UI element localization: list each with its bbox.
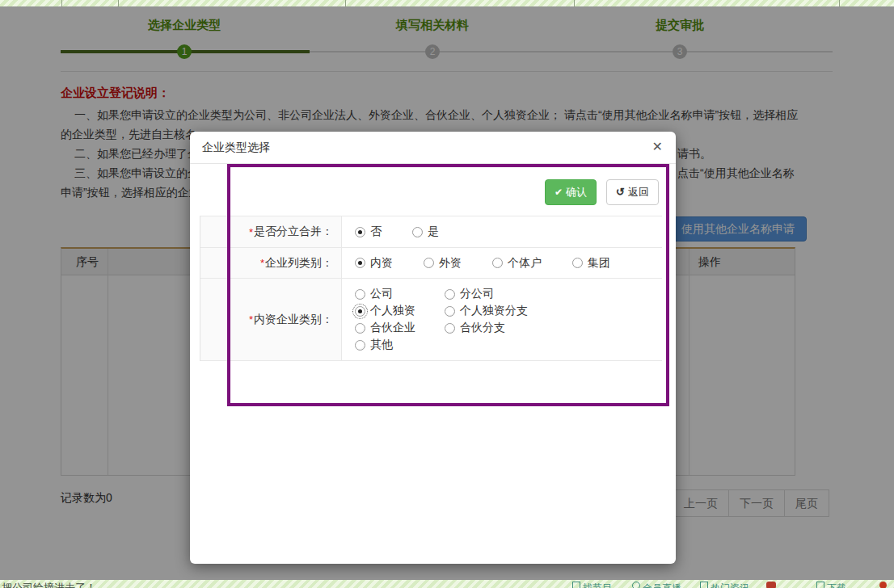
confirm-button[interactable]: ✔确认 — [545, 179, 597, 205]
back-button-label: 返回 — [628, 186, 649, 198]
radio-option-group[interactable]: 集团 — [572, 256, 610, 271]
enterprise-type-dialog: 企业类型选择 ✕ ✔确认 ↺返回 *是否分立合并： 否 是 *企业列类别： 内资… — [190, 132, 676, 564]
status-item-download[interactable]: 下载 — [816, 582, 846, 588]
radio-icon[interactable] — [355, 289, 365, 300]
close-icon[interactable]: ✕ — [652, 139, 663, 154]
dialog-title: 企业类型选择 — [202, 141, 270, 155]
tab-separator — [345, 0, 346, 6]
form-label: *是否分立合并： — [200, 216, 342, 247]
status-item-live[interactable]: 全员直播 — [632, 582, 681, 588]
form-label: *企业列类别： — [200, 248, 342, 278]
notification-icon[interactable] — [879, 582, 887, 588]
form-options: 内资 外资 个体户 集团 — [342, 248, 662, 278]
radio-icon[interactable] — [355, 306, 365, 317]
radio-icon[interactable] — [355, 340, 365, 351]
radio-option-foreign[interactable]: 外资 — [424, 256, 462, 271]
radio-option-partnership-branch[interactable]: 合伙分支 — [445, 320, 662, 336]
form-row-split-merge: *是否分立合并： 否 是 — [200, 216, 662, 248]
tab-separator — [118, 0, 119, 6]
browser-tab-strip[interactable] — [0, 0, 894, 6]
radio-icon[interactable] — [445, 323, 455, 334]
status-item-news[interactable]: 热门资讯 — [700, 582, 749, 588]
radio-icon[interactable] — [492, 258, 503, 268]
required-mark: * — [260, 257, 264, 269]
check-icon: ✔ — [555, 187, 563, 198]
radio-icon[interactable] — [572, 258, 583, 268]
form-row-domestic-type: *内资企业类别： 公司 分公司 个人独资 个人独资分支 合伙企业 合伙分支 其他 — [200, 279, 662, 361]
enterprise-type-form: *是否分立合并： 否 是 *企业列类别： 内资 外资 个体户 集团 *内资企业类… — [200, 216, 662, 361]
confirm-button-label: 确认 — [566, 186, 587, 198]
radio-icon[interactable] — [355, 323, 365, 334]
radio-option-partnership[interactable]: 合伙企业 — [355, 320, 445, 336]
browser-status-strip[interactable]: 把公司给撞进去了！ 找节目 全员直播 热门资讯 下载 — [0, 580, 894, 588]
radio-icon[interactable] — [355, 227, 365, 237]
radio-option-domestic[interactable]: 内资 — [355, 256, 393, 271]
logo-icon[interactable] — [766, 582, 776, 588]
radio-option-branch-company[interactable]: 分公司 — [445, 286, 662, 302]
radio-icon[interactable] — [445, 306, 455, 317]
required-mark: * — [249, 313, 253, 326]
back-button[interactable]: ↺返回 — [606, 179, 659, 205]
radio-option-sole-proprietorship[interactable]: 个人独资 — [355, 303, 445, 319]
radio-option-company[interactable]: 公司 — [355, 286, 445, 302]
radio-option-no[interactable]: 否 — [355, 225, 382, 239]
radio-option-yes[interactable]: 是 — [412, 225, 439, 239]
dialog-header: 企业类型选择 ✕ — [190, 132, 676, 164]
form-options-grid: 公司 分公司 个人独资 个人独资分支 合伙企业 合伙分支 其他 — [342, 279, 662, 360]
radio-option-sole-proprietorship-branch[interactable]: 个人独资分支 — [445, 303, 662, 319]
form-label: *内资企业类别： — [200, 279, 342, 360]
live-icon — [632, 582, 640, 588]
download-icon — [816, 582, 824, 588]
required-mark: * — [249, 226, 253, 238]
tab-separator — [574, 0, 575, 6]
form-options: 否 是 — [342, 216, 662, 247]
status-left-text: 把公司给撞进去了！ — [2, 581, 96, 588]
radio-icon[interactable] — [355, 258, 365, 268]
form-row-enterprise-category: *企业列类别： 内资 外资 个体户 集团 — [200, 248, 662, 279]
tab-separator — [61, 0, 62, 6]
tab-separator — [839, 0, 840, 6]
radio-option-individual[interactable]: 个体户 — [492, 256, 542, 271]
news-icon — [700, 582, 708, 588]
radio-option-other[interactable]: 其他 — [355, 337, 445, 353]
dialog-actions: ✔确认 ↺返回 — [545, 179, 659, 205]
radio-icon[interactable] — [412, 227, 423, 237]
tv-icon — [572, 582, 580, 588]
return-arrow-icon: ↺ — [616, 186, 625, 198]
radio-icon[interactable] — [445, 289, 455, 300]
status-item-programs[interactable]: 找节目 — [572, 582, 612, 588]
radio-icon[interactable] — [424, 258, 434, 268]
